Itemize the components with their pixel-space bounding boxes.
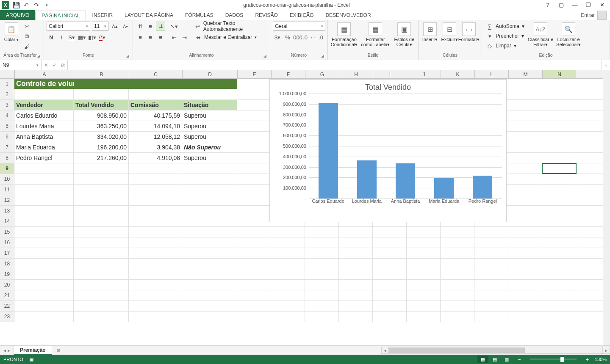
cell[interactable] (542, 237, 576, 248)
cell[interactable]: Não Superou (182, 142, 237, 152)
sheet-tab-active[interactable]: Premiação (14, 346, 52, 355)
row-header[interactable]: 7 (0, 142, 14, 152)
cell[interactable] (14, 237, 74, 248)
cell[interactable] (237, 174, 271, 184)
view-page-break-icon[interactable]: ▥ (501, 356, 512, 363)
cell[interactable] (508, 79, 542, 89)
cell[interactable] (339, 259, 373, 269)
cell[interactable] (508, 248, 542, 258)
cell[interactable] (182, 185, 237, 195)
cell[interactable] (508, 153, 542, 163)
format-cells-button[interactable]: ▭Formatar▾ (460, 22, 478, 42)
cell[interactable] (508, 100, 542, 110)
tab-p-gina-inicial[interactable]: PÁGINA INICIAL (35, 11, 86, 20)
cell[interactable] (237, 301, 271, 311)
row-header[interactable]: 23 (0, 312, 14, 322)
cell[interactable] (74, 248, 129, 258)
cell[interactable] (474, 290, 508, 301)
cell[interactable] (14, 269, 74, 279)
active-cell[interactable] (542, 163, 576, 174)
align-center-icon[interactable]: ≡ (146, 33, 155, 42)
cell[interactable]: Situação (182, 100, 237, 110)
column-header-E[interactable]: E (237, 70, 271, 78)
cell[interactable] (339, 290, 373, 301)
cell[interactable] (474, 259, 508, 269)
column-header-H[interactable]: H (339, 70, 373, 78)
cell[interactable] (508, 312, 542, 322)
cell[interactable] (182, 280, 237, 290)
cell[interactable] (14, 216, 74, 226)
cell[interactable] (14, 185, 74, 195)
cell[interactable] (542, 259, 576, 269)
cell[interactable]: 14.094,10 (129, 121, 182, 131)
cell[interactable] (407, 269, 441, 279)
column-header-L[interactable]: L (474, 70, 508, 78)
help-icon[interactable]: ? (543, 1, 552, 9)
accounting-format-icon[interactable]: $▾ (273, 33, 282, 42)
cell[interactable]: 40.175,59 (129, 110, 182, 121)
cell[interactable] (14, 259, 74, 269)
align-top-icon[interactable]: ⇈ (136, 22, 145, 31)
cell[interactable] (508, 174, 542, 184)
cell[interactable] (14, 174, 74, 184)
percent-format-icon[interactable]: % (283, 33, 292, 42)
select-all-corner[interactable] (0, 70, 14, 79)
cell[interactable] (237, 259, 271, 269)
cell[interactable] (14, 312, 74, 322)
cell[interactable] (305, 269, 339, 279)
cell[interactable]: Maria Eduarda (14, 142, 74, 152)
cell[interactable] (129, 312, 182, 322)
italic-button[interactable]: I (57, 33, 66, 42)
cell[interactable] (182, 174, 237, 184)
cell[interactable] (129, 259, 182, 269)
cell[interactable] (74, 227, 129, 237)
cell[interactable] (441, 227, 474, 237)
tab-layout-da-p-gina[interactable]: LAYOUT DA PÁGINA (119, 10, 179, 20)
paste-button[interactable]: 📋 Colar ▾ (3, 22, 20, 42)
tab-file[interactable]: ARQUIVO (0, 10, 35, 20)
scroll-thumb[interactable] (389, 347, 525, 353)
row-header[interactable]: 4 (0, 110, 14, 121)
cell[interactable] (508, 237, 542, 248)
cell[interactable] (305, 227, 339, 237)
cell[interactable] (14, 248, 74, 258)
cell[interactable] (407, 301, 441, 311)
cell[interactable] (237, 216, 271, 226)
cell[interactable] (407, 227, 441, 237)
cell[interactable] (339, 280, 373, 290)
cell[interactable] (237, 269, 271, 279)
cell[interactable] (542, 216, 576, 226)
cell[interactable] (542, 312, 576, 322)
cell[interactable] (182, 259, 237, 269)
cell[interactable] (182, 227, 237, 237)
worksheet-grid[interactable]: ABCDEFGHIJKLMN 1Controle de volume de ve… (0, 70, 610, 345)
cell[interactable] (508, 280, 542, 290)
chart-bar[interactable] (434, 178, 454, 199)
row-header[interactable]: 5 (0, 121, 14, 131)
column-header-D[interactable]: D (182, 70, 237, 78)
cell[interactable] (237, 142, 271, 152)
cell[interactable]: Superou (182, 132, 237, 142)
row-header[interactable]: 21 (0, 290, 14, 301)
cell[interactable] (441, 237, 474, 248)
cell[interactable] (74, 174, 129, 184)
cell[interactable] (74, 216, 129, 226)
cell[interactable] (542, 269, 576, 279)
insert-cells-button[interactable]: ⊞Inserir▾ (421, 22, 439, 42)
cell[interactable] (407, 237, 441, 248)
cell[interactable] (441, 259, 474, 269)
delete-cells-button[interactable]: ⊟Excluir▾ (441, 22, 458, 42)
cell[interactable] (129, 301, 182, 311)
cell[interactable] (339, 237, 373, 248)
tab-desenvolvedor[interactable]: DESENVOLVEDOR (319, 10, 377, 20)
cell[interactable] (542, 153, 576, 163)
redo-icon[interactable]: ↷ (33, 2, 40, 8)
cell[interactable] (542, 185, 576, 195)
cell[interactable] (441, 301, 474, 311)
cell[interactable] (542, 132, 576, 142)
cell[interactable]: 334.020,00 (74, 132, 129, 142)
cell[interactable] (441, 312, 474, 322)
cell[interactable] (474, 312, 508, 322)
cell[interactable] (542, 195, 576, 205)
minimize-icon[interactable]: — (570, 1, 580, 9)
